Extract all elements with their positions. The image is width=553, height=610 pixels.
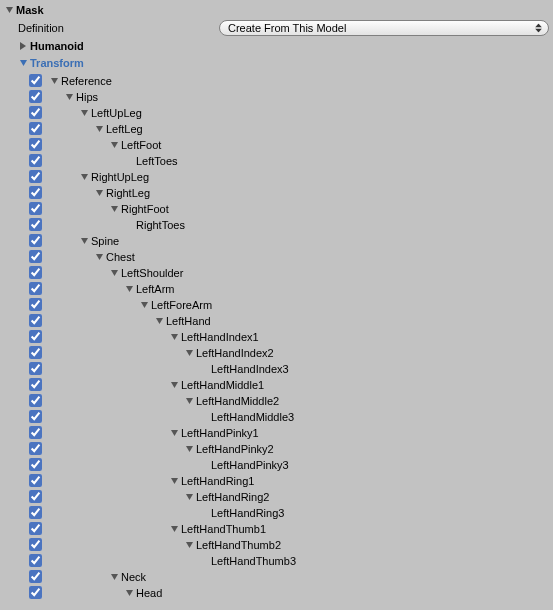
foldout-icon[interactable] [64,92,75,103]
tree-checkbox[interactable] [29,586,42,599]
tree-row[interactable]: Chest [4,249,549,265]
foldout-icon[interactable] [94,124,105,135]
foldout-icon[interactable] [79,236,90,247]
tree-row[interactable]: LeftHandIndex1 [4,329,549,345]
tree-row[interactable]: LeftHandRing2 [4,489,549,505]
tree-checkbox[interactable] [29,122,42,135]
foldout-icon[interactable] [18,41,29,52]
humanoid-header[interactable]: Humanoid [4,38,549,54]
foldout-icon[interactable] [18,58,29,69]
tree-checkbox[interactable] [29,442,42,455]
tree-checkbox[interactable] [29,202,42,215]
tree-checkbox[interactable] [29,74,42,87]
tree-row[interactable]: LeftToes [4,153,549,169]
foldout-icon[interactable] [94,252,105,263]
foldout-icon[interactable] [139,300,150,311]
tree-checkbox[interactable] [29,186,42,199]
tree-checkbox[interactable] [29,474,42,487]
tree-row[interactable]: Spine [4,233,549,249]
foldout-icon[interactable] [4,5,15,16]
foldout-icon[interactable] [109,572,120,583]
foldout-icon[interactable] [109,204,120,215]
tree-row[interactable]: LeftUpLeg [4,105,549,121]
tree-checkbox[interactable] [29,330,42,343]
tree-checkbox[interactable] [29,394,42,407]
tree-checkbox[interactable] [29,490,42,503]
tree-row[interactable]: Reference [4,73,549,89]
tree-checkbox[interactable] [29,378,42,391]
foldout-icon[interactable] [169,476,180,487]
foldout-icon[interactable] [154,316,165,327]
foldout-icon[interactable] [124,284,135,295]
foldout-icon[interactable] [184,540,195,551]
tree-row[interactable]: LeftArm [4,281,549,297]
foldout-icon[interactable] [184,444,195,455]
tree-checkbox[interactable] [29,266,42,279]
foldout-icon[interactable] [124,588,135,599]
tree-row[interactable]: LeftHandThumb2 [4,537,549,553]
tree-checkbox[interactable] [29,538,42,551]
foldout-icon[interactable] [169,332,180,343]
tree-row[interactable]: LeftHandThumb1 [4,521,549,537]
tree-row[interactable]: LeftHandPinky2 [4,441,549,457]
tree-checkbox[interactable] [29,458,42,471]
tree-checkbox[interactable] [29,106,42,119]
tree-row[interactable]: LeftHandPinky3 [4,457,549,473]
tree-row[interactable]: LeftLeg [4,121,549,137]
tree-checkbox[interactable] [29,314,42,327]
dropdown-arrows-icon [535,24,542,33]
tree-row[interactable]: RightLeg [4,185,549,201]
tree-row[interactable]: LeftHandMiddle3 [4,409,549,425]
foldout-icon[interactable] [109,268,120,279]
tree-row[interactable]: RightToes [4,217,549,233]
tree-checkbox[interactable] [29,570,42,583]
tree-checkbox[interactable] [29,522,42,535]
tree-checkbox[interactable] [29,282,42,295]
tree-checkbox[interactable] [29,426,42,439]
tree-checkbox[interactable] [29,506,42,519]
tree-row[interactable]: RightFoot [4,201,549,217]
tree-checkbox[interactable] [29,346,42,359]
tree-checkbox[interactable] [29,234,42,247]
tree-row[interactable]: RightUpLeg [4,169,549,185]
tree-row[interactable]: LeftHandRing1 [4,473,549,489]
tree-row[interactable]: LeftHandMiddle1 [4,377,549,393]
definition-dropdown[interactable]: Create From This Model [219,20,549,36]
tree-row[interactable]: LeftHandIndex3 [4,361,549,377]
foldout-icon[interactable] [169,524,180,535]
tree-checkbox[interactable] [29,362,42,375]
transform-header[interactable]: Transform [4,55,549,71]
foldout-icon[interactable] [79,172,90,183]
tree-row[interactable]: Neck [4,569,549,585]
tree-row[interactable]: LeftHandPinky1 [4,425,549,441]
foldout-icon[interactable] [184,492,195,503]
foldout-icon[interactable] [79,108,90,119]
tree-checkbox[interactable] [29,90,42,103]
foldout-icon[interactable] [169,428,180,439]
tree-row[interactable]: Hips [4,89,549,105]
tree-row[interactable]: LeftForeArm [4,297,549,313]
mask-header[interactable]: Mask [4,2,549,18]
foldout-icon[interactable] [184,396,195,407]
tree-checkbox[interactable] [29,554,42,567]
tree-row[interactable]: LeftHand [4,313,549,329]
tree-checkbox[interactable] [29,138,42,151]
foldout-icon[interactable] [184,348,195,359]
tree-row[interactable]: Head [4,585,549,601]
tree-checkbox[interactable] [29,410,42,423]
tree-row[interactable]: LeftHandThumb3 [4,553,549,569]
foldout-icon[interactable] [49,76,60,87]
foldout-icon[interactable] [169,380,180,391]
tree-checkbox[interactable] [29,218,42,231]
tree-row[interactable]: LeftHandRing3 [4,505,549,521]
tree-row[interactable]: LeftFoot [4,137,549,153]
foldout-icon[interactable] [109,140,120,151]
tree-row[interactable]: LeftHandMiddle2 [4,393,549,409]
tree-checkbox[interactable] [29,298,42,311]
tree-checkbox[interactable] [29,250,42,263]
foldout-icon[interactable] [94,188,105,199]
tree-checkbox[interactable] [29,154,42,167]
tree-checkbox[interactable] [29,170,42,183]
tree-row[interactable]: LeftShoulder [4,265,549,281]
tree-row[interactable]: LeftHandIndex2 [4,345,549,361]
